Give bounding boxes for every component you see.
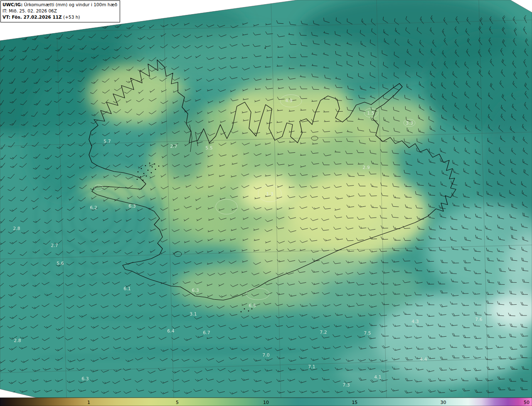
precip-value-label: 1.5 [367, 110, 374, 116]
colorbar-tick-label: 15 [352, 400, 357, 405]
precip-value-label: 4.9 [285, 98, 293, 103]
valid-time-line: VT: Fös. 27.02.2026 11Z (+53 h) [2, 14, 117, 20]
precip-value-label: 7.5 [364, 330, 371, 336]
precip-value-label: 6.3 [128, 203, 136, 209]
product-description: Úrkomumætti (mm) og vindur i 100m hæð [22, 2, 117, 7]
precip-value-label: 2.7 [51, 243, 58, 248]
precip-value-label: 5.7 [103, 139, 111, 144]
precip-value-label: 6.5 [249, 303, 256, 308]
weather-map-canvas: 5.72.75.54.91.53.32.91.36.26.32.82.75.66… [0, 0, 532, 406]
precip-value-label: 2.9 [362, 165, 370, 170]
colorbar-tick-label: 5 [176, 400, 179, 405]
weather-map-page: 5.72.75.54.91.53.32.91.36.26.32.82.75.66… [0, 0, 532, 406]
precip-value-label: 7.3 [342, 382, 350, 388]
colorbar-tick-label: 50 [524, 400, 530, 405]
product-code: UWC/IG: [2, 2, 22, 7]
colorbar-tick-label: 1 [87, 400, 90, 405]
forecast-offset: (+53 h) [62, 15, 80, 20]
precip-value-label: 7.0 [262, 352, 270, 358]
precip-value-label: 2.8 [13, 226, 20, 231]
precip-value-label: 4.1 [374, 374, 382, 380]
precip-value-label: 6.4 [167, 328, 175, 334]
precipitation-field: 5.72.75.54.91.53.32.91.36.26.32.82.75.66… [0, 0, 532, 406]
colorbar-tick-label: 30 [441, 400, 446, 405]
precip-value-label: 1.3 [266, 191, 273, 197]
precip-value-label: 6.7 [203, 330, 210, 335]
precip-value-label: 6.1 [123, 286, 131, 291]
colorbar: 1510153050 [0, 398, 532, 406]
init-time: IT: Mið. 25. 02. 2026 06Z [2, 8, 117, 14]
precip-value-label: 5.6 [57, 261, 64, 266]
precip-value-label: 3.3 [406, 120, 413, 126]
precip-value-label: 2.7 [170, 144, 177, 149]
map-title-box: UWC/IG: Úrkomumætti (mm) og vindur i 100… [0, 0, 120, 22]
valid-time: VT: Fös. 27.02.2026 11Z [2, 15, 62, 20]
precip-value-label: 6.3 [192, 288, 199, 293]
precip-value-label: 2.8 [14, 338, 21, 343]
precip-value-label: 4.4 [420, 357, 427, 362]
precip-value-label: 7.2 [320, 330, 327, 335]
precip-value-label: 6.3 [81, 376, 89, 382]
colorbar-tick-label: 10 [263, 400, 269, 405]
precip-value-label: 7.6 [475, 317, 483, 322]
precip-value-label: 7.1 [308, 364, 315, 369]
precip-value-label: 6.2 [90, 205, 97, 210]
precip-value-label: 5.5 [205, 145, 213, 151]
precip-value-label: 3.1 [190, 311, 197, 317]
product-title: UWC/IG: Úrkomumætti (mm) og vindur i 100… [2, 2, 117, 8]
precip-value-label: 4.3 [411, 319, 419, 324]
